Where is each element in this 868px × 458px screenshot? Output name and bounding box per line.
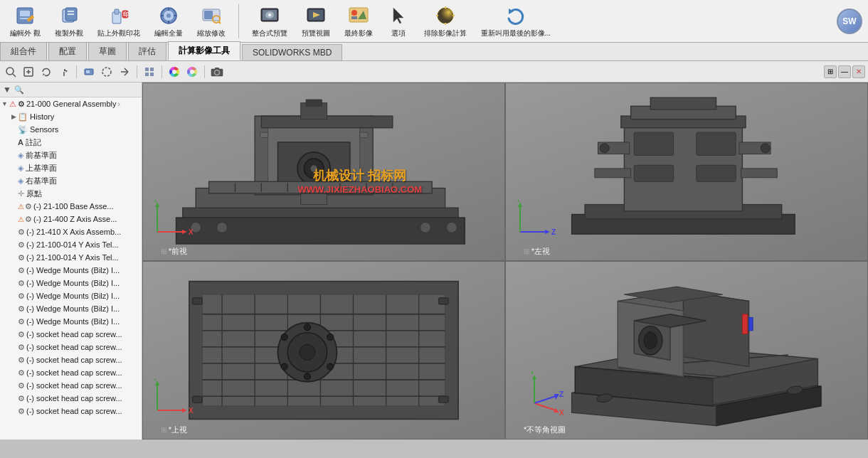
tool-icon-2[interactable] [21, 64, 36, 80]
toolbar-final-render[interactable]: 最終影像 [340, 1, 377, 41]
tree-wedge-4[interactable]: ▶ ⚙ (-) Wedge Mounts (Bilz) I... [0, 302, 142, 315]
tree-screw-6[interactable]: ▶ ⚙ (-) socket head cap screw... [0, 392, 142, 405]
toolbar-shadow-render[interactable]: 排除影像計算 [420, 1, 471, 41]
tree-origin[interactable]: ▶ ✛ 原點 [0, 187, 142, 200]
toolbar-select[interactable]: 選項 [383, 1, 414, 41]
svg-rect-105 [697, 165, 736, 181]
tool-icon-7[interactable] [117, 64, 132, 80]
screw-6-icon: ⚙ [18, 394, 25, 403]
view-arrange-btn[interactable]: ⊞ [824, 65, 837, 78]
tool-icon-5[interactable] [81, 64, 97, 80]
left-axes: Z Y [513, 200, 556, 243]
tree-wedge-1[interactable]: ▶ ⚙ (-) Wedge Mounts (Bilz) I... [0, 264, 142, 277]
viewport-top[interactable]: X Y ⊞ *上視 [142, 261, 505, 440]
screw-5-icon: ⚙ [18, 381, 25, 390]
svg-rect-79 [360, 132, 368, 137]
tree-top-plane[interactable]: ▶ ◈ 上基準面 [0, 161, 142, 174]
toolbar-edit-outer[interactable]: 編輯外 觀 [6, 1, 45, 41]
svg-marker-150 [182, 408, 187, 412]
tree-annotations[interactable]: ▶ A 註記 [0, 136, 142, 149]
tab-compute-image[interactable]: 計算影像工具 [168, 41, 240, 60]
left-view-label: ⊞ *左視 [524, 246, 550, 257]
svg-marker-34 [393, 8, 403, 23]
tree-y-axis-1[interactable]: ▶ ⚙ (-) 21-100-014 Y Axis Tel... [0, 238, 142, 251]
right-plane-label: 右基準面 [26, 176, 57, 186]
tab-evaluate[interactable]: 評估 [128, 42, 166, 60]
tool-icon-8[interactable] [142, 64, 157, 80]
tool-color-wheel-2[interactable] [184, 64, 200, 80]
svg-marker-185 [532, 375, 536, 380]
tab-drawing[interactable]: 草圖 [88, 42, 127, 60]
toolbar-shadow-render-label: 排除影像計算 [424, 28, 467, 38]
svg-rect-147 [438, 298, 448, 304]
viewport-left[interactable]: Z Y ⊞ *左視 [505, 82, 868, 261]
toolbar-zoom-modify-label: 縮放修改 [197, 28, 226, 38]
tree-screw-2[interactable]: ▶ ⚙ (-) socket head cap screw... [0, 341, 142, 353]
tree-x-axis[interactable]: ▶ ⚙ (-) 21-410 X Axis Assemb... [0, 225, 142, 238]
toolbar-refresh-last-label: 重新叫用最後的影像... [481, 29, 551, 38]
svg-text:Z: Z [559, 390, 563, 398]
tree-z-axis[interactable]: ▶ ⚠ ⚙ (-) 21-400 Z Axis Asse... [0, 213, 142, 225]
minimize-btn[interactable]: — [838, 65, 851, 78]
origin-icon: ✛ [18, 189, 24, 198]
tree-history[interactable]: ▶ 📋 History [0, 110, 142, 123]
toolbar-paste-stamp[interactable]: 印 貼上外觀印花 [93, 1, 144, 41]
toolbar-zoom-modify[interactable]: 縮放修改 [193, 1, 230, 41]
toolbar-edit-all[interactable]: 編輯全量 [150, 1, 187, 41]
toolbar-refresh-last[interactable]: 重新叫用最後的影像... [477, 2, 555, 41]
tree-wedge-5[interactable]: ▶ ⚙ (-) Wedge Mounts (Bilz) I... [0, 315, 142, 328]
tree-screw-5[interactable]: ▶ ⚙ (-) socket head cap screw... [0, 379, 142, 392]
root-warning-icon: ⚠ [9, 100, 16, 109]
viewport-iso[interactable]: X Z Y *不等角視圖 [505, 261, 868, 440]
tree-y-axis-2[interactable]: ▶ ⚙ (-) 21-100-014 Y Axis Tel... [0, 251, 142, 264]
tool-icon-6[interactable] [99, 64, 115, 80]
toolbar-preview-render[interactable]: 預覽視圖 [297, 1, 334, 41]
tree-screw-4[interactable]: ▶ ⚙ (-) socket head cap screw... [0, 366, 142, 379]
tool-color-wheel[interactable] [166, 64, 182, 80]
tree-right-plane[interactable]: ▶ ◈ 右基準面 [0, 174, 142, 187]
svg-rect-103 [697, 132, 736, 155]
svg-rect-78 [260, 132, 268, 137]
svg-text:Y: Y [153, 378, 158, 382]
wedge-1-label: (-) Wedge Mounts (Bilz) I... [26, 266, 120, 275]
tool-icon-3[interactable] [38, 64, 54, 80]
tree-sensors[interactable]: ▶ 📡 Sensors [0, 123, 142, 136]
y-axis-2-icon: ⚙ [18, 253, 25, 262]
tree-base-assy[interactable]: ▶ ⚠ ⚙ (-) 21-100 Base Asse... [0, 200, 142, 213]
toolbar-final-render-label: 最終影像 [344, 28, 373, 38]
tree-wedge-2[interactable]: ▶ ⚙ (-) Wedge Mounts (Bilz) I... [0, 277, 142, 289]
toolbar-edit-outer-label: 編輯外 觀 [10, 28, 41, 38]
svg-marker-182 [554, 394, 559, 400]
tab-config[interactable]: 配置 [48, 42, 87, 60]
top-plane-icon: ◈ [18, 164, 23, 173]
tree-screw-7[interactable]: ▶ ⚙ (-) socket head cap screw... [0, 405, 142, 417]
top-plane-label: 上基準面 [26, 163, 57, 174]
svg-point-42 [6, 68, 14, 75]
svg-line-22 [218, 21, 221, 23]
x-axis-icon: ⚙ [18, 228, 25, 237]
toolbar-composite-preview[interactable]: 整合式預覽 [248, 1, 292, 41]
viewport-front[interactable]: X Y 机械设计 招标网 WWW.JIXIEZHAOBIAO.COM ⊞ *前視 [142, 82, 505, 261]
svg-point-172 [644, 332, 657, 349]
tree-screw-1[interactable]: ▶ ⚙ (-) socket head cap screw... [0, 328, 142, 341]
svg-rect-57 [150, 68, 154, 71]
wedge-4-icon: ⚙ [18, 304, 25, 314]
tool-icon-4[interactable] [56, 64, 72, 80]
tab-assembly[interactable]: 組合件 [0, 42, 47, 60]
tree-front-plane[interactable]: ▶ ◈ 前基準面 [0, 149, 142, 161]
tree-wedge-3[interactable]: ▶ ⚙ (-) Wedge Mounts (Bilz) I... [0, 289, 142, 302]
tree-screw-3[interactable]: ▶ ⚙ (-) socket head cap screw... [0, 353, 142, 366]
close-btn[interactable]: ✕ [852, 65, 865, 78]
tree-root[interactable]: ▼ ⚠ ⚙ 21-000 General Assembly › [0, 97, 142, 110]
base-assy-icon: ⚙ [25, 202, 32, 211]
svg-line-181 [534, 396, 556, 403]
screw-2-label: (-) socket head cap screw... [26, 343, 122, 351]
svg-text:Y: Y [530, 371, 535, 376]
tool-icon-1[interactable] [3, 64, 18, 80]
icon-sep-4 [204, 65, 205, 78]
tool-icon-camera[interactable] [209, 64, 225, 80]
main-toolbar: 編輯外 觀 複製外觀 印 貼上外觀印花 [0, 0, 868, 43]
tab-solidworks-mbd[interactable]: SOLIDWORKS MBD [242, 44, 342, 60]
toolbar-copy-outer[interactable]: 複製外觀 [51, 1, 88, 41]
copy-outer-icon [58, 4, 80, 27]
